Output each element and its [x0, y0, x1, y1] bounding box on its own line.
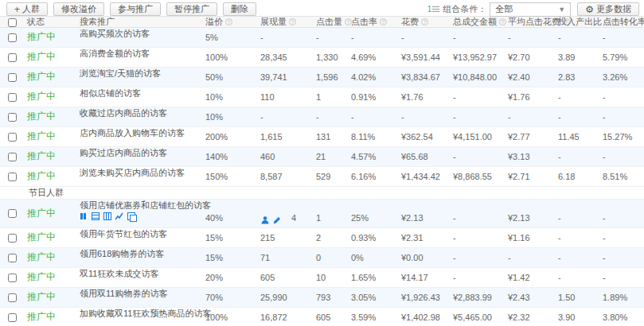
- cell-cost: ¥1.76: [398, 87, 450, 107]
- cell-audience-name: 浏览未购买店内商品的访客: [76, 166, 202, 186]
- info-icon[interactable]: ?: [380, 18, 387, 25]
- table-row[interactable]: 推广中 高购买频次的访客 5% - - - - - - - -: [0, 27, 644, 47]
- cell-cost: ¥362.54: [398, 126, 450, 146]
- row-checkbox[interactable]: [8, 173, 17, 181]
- row-checkbox[interactable]: [8, 293, 17, 302]
- cell-impressions: 1,615: [257, 126, 313, 146]
- row-checkbox[interactable]: [8, 73, 17, 82]
- cell-impressions: 605: [257, 267, 313, 287]
- cell-avg-click-cost: ¥2.71: [505, 166, 555, 186]
- info-icon[interactable]: ?: [421, 18, 428, 25]
- cell-status: 推广中: [24, 287, 76, 307]
- audience-name[interactable]: 店内商品放入购物车的访客: [80, 128, 202, 138]
- cell-cost: ¥3,591.44: [398, 47, 450, 67]
- cell-ctr: 8.11%: [348, 126, 398, 146]
- condition-select[interactable]: 全部 ▼: [490, 2, 571, 17]
- cell-clicks: 793: [313, 287, 348, 307]
- table-row[interactable]: 推广中 浏览淘宝/天猫的访客 50% 39,741 1,596 4.02% ¥3…: [0, 67, 644, 87]
- audience-name[interactable]: 领用618购物券的访客: [80, 249, 202, 259]
- cell-roi: -: [555, 267, 599, 287]
- cell-avg-click-cost: ¥2.77: [505, 126, 555, 146]
- audience-name[interactable]: 高消费金额的访客: [80, 49, 202, 59]
- select-all-checkbox[interactable]: [8, 18, 17, 27]
- join-promotion-button[interactable]: 参与推广: [110, 2, 161, 16]
- cell-impressions: 460: [257, 146, 313, 166]
- cell-roi: 3.89: [555, 47, 599, 67]
- delete-button[interactable]: 删除: [223, 2, 256, 16]
- list-icon[interactable]: [92, 212, 100, 220]
- row-checkbox[interactable]: [8, 209, 17, 218]
- audience-name[interactable]: 浏览淘宝/天猫的访客: [80, 68, 202, 79]
- pause-promotion-button[interactable]: 暂停推广: [166, 2, 217, 16]
- cell-status: 推广中: [24, 146, 76, 166]
- status-badge: 推广中: [27, 251, 56, 262]
- modify-premium-button[interactable]: 修改溢价: [53, 2, 104, 16]
- table-row[interactable]: 推广中 相似店铺的访客 10% 110 1 0.91% ¥1.76 - ¥1.7…: [0, 87, 644, 107]
- toolbar: + 人群 修改溢价 参与推广 暂停推广 删除 1 组合条件： 全部 ▼ ⚙ 更多…: [0, 0, 644, 16]
- cell-roi: 11.45: [555, 126, 599, 146]
- chevron-down-icon: ▼: [558, 6, 565, 14]
- cell-cost: -: [398, 27, 450, 47]
- cell-checkbox: [0, 107, 24, 126]
- cell-avg-click-cost: ¥1.76: [505, 87, 555, 107]
- table-row[interactable]: 推广中 收藏过店内商品的访客 10% - - - - - - - -: [0, 107, 644, 126]
- table-row[interactable]: 推广中 购买过店内商品的访客 140% 460 21 4.57% ¥65.68 …: [0, 146, 644, 166]
- edit-pencil-icon[interactable]: [273, 215, 282, 224]
- audience-name[interactable]: 购买过店内商品的访客: [80, 148, 202, 158]
- row-checkbox[interactable]: [8, 234, 17, 243]
- status-badge: 推广中: [27, 271, 56, 282]
- table-row[interactable]: 推广中 领用店铺优惠券和店铺红包的访客 40% 4 1 25% ¥2.13 - …: [0, 199, 644, 227]
- table-row[interactable]: 推广中 领用618购物券的访客 15% 71 0 0% ¥0.00 - - - …: [0, 247, 644, 267]
- info-icon[interactable]: ?: [499, 18, 506, 25]
- audience-name[interactable]: 领用年货节红包的访客: [80, 229, 202, 239]
- audience-name[interactable]: 高购买频次的访客: [80, 29, 202, 39]
- audience-name[interactable]: 领用店铺优惠券和店铺红包的访客: [80, 200, 202, 211]
- row-checkbox[interactable]: [8, 313, 17, 322]
- cell-impressions: 8,587: [257, 166, 313, 186]
- add-audience-button[interactable]: + 人群: [6, 2, 48, 16]
- audience-name[interactable]: 领用双11购物券的访客: [80, 289, 202, 299]
- cell-total-amount: ¥2,883.99: [450, 287, 505, 307]
- audience-name[interactable]: 收藏过店内商品的访客: [80, 108, 202, 118]
- audience-name[interactable]: 双11狂欢未成交访客: [80, 269, 202, 279]
- cell-audience-name: 店内商品放入购物车的访客: [76, 126, 202, 146]
- cell-clicks: 1,330: [313, 47, 348, 67]
- cell-ctr: 25%: [348, 199, 398, 227]
- row-checkbox[interactable]: [8, 53, 17, 62]
- status-badge: 推广中: [27, 71, 56, 82]
- more-data-button[interactable]: ⚙ 更多数据: [577, 2, 639, 16]
- row-checkbox[interactable]: [8, 274, 17, 282]
- audience-name[interactable]: 相似店铺的访客: [80, 88, 202, 99]
- row-checkbox[interactable]: [8, 133, 17, 142]
- copy-icon[interactable]: [127, 212, 135, 220]
- table-row[interactable]: 推广中 店内商品放入购物车的访客 200% 1,615 131 8.11% ¥3…: [0, 126, 644, 146]
- table-row[interactable]: 推广中 高消费金额的访客 100% 28,345 1,330 4.69% ¥3,…: [0, 47, 644, 67]
- info-icon[interactable]: ?: [289, 18, 296, 25]
- trend-chart-icon[interactable]: [115, 212, 123, 220]
- table-row[interactable]: 推广中 领用双11购物券的访客 70% 25,990 793 3.05% ¥1,…: [0, 287, 644, 307]
- row-checkbox[interactable]: [8, 33, 17, 42]
- row-checkbox[interactable]: [8, 254, 17, 262]
- row-checkbox[interactable]: [8, 113, 17, 122]
- table-row[interactable]: 推广中 领用年货节红包的访客 15% 215 2 0.93% ¥2.31 - ¥…: [0, 227, 644, 247]
- row-checkbox[interactable]: [8, 93, 17, 102]
- header-cost: 花费?: [398, 17, 450, 28]
- cell-total-amount: ¥4,151.00: [450, 126, 505, 146]
- row-checkbox[interactable]: [8, 153, 17, 161]
- cell-cost: ¥1,434.42: [398, 166, 450, 186]
- cell-status: 推广中: [24, 166, 76, 186]
- pause-icon[interactable]: [80, 212, 88, 220]
- grid-icon[interactable]: [103, 212, 111, 220]
- info-icon[interactable]: ?: [225, 18, 232, 25]
- audience-name[interactable]: 浏览未购买店内商品的访客: [80, 168, 202, 178]
- cell-checkbox: [0, 227, 24, 247]
- table-row[interactable]: 推广中 加购收藏双11狂欢预热商品的访客 100% 16,872 605 3.5…: [0, 307, 644, 326]
- status-badge: 推广中: [27, 31, 56, 42]
- table-row[interactable]: 推广中 浏览未购买店内商品的访客 150% 8,587 529 6.16% ¥1…: [0, 166, 644, 186]
- audience-name[interactable]: 加购收藏双11狂欢预热商品的访客: [80, 309, 202, 319]
- table-row[interactable]: 推广中 双11狂欢未成交访客 20% 605 10 1.65% ¥14.17 -…: [0, 267, 644, 287]
- row-action-icons: [80, 212, 202, 221]
- header-impressions: 展现量?: [257, 17, 313, 28]
- cell-checkbox: [0, 27, 24, 47]
- audience-portrait-icon[interactable]: [260, 215, 270, 225]
